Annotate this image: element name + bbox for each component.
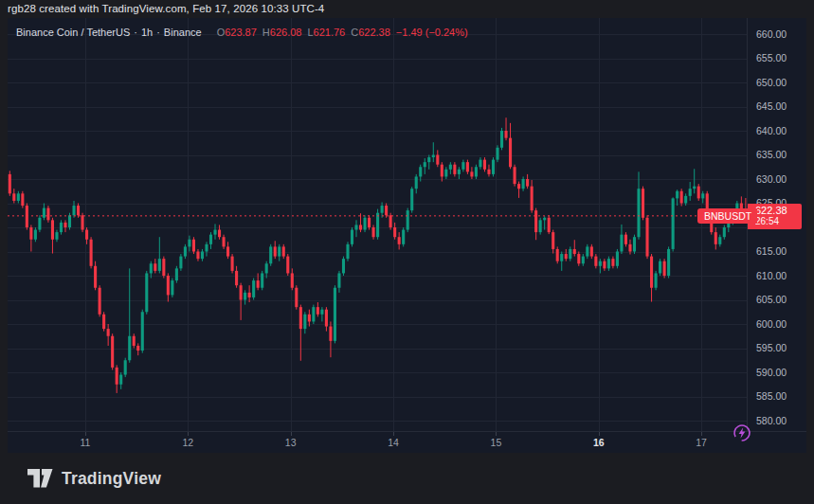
time-axis-label: 16 (585, 437, 613, 448)
candlestick-chart[interactable] (8, 18, 747, 431)
close-label: C (351, 27, 358, 38)
time-axis-label: 13 (277, 437, 305, 448)
brand-bar: TradingView (0, 453, 814, 504)
time-axis[interactable]: 11121314151617 (8, 431, 806, 454)
attribution-text: rgb28 created with TradingView.com, Feb … (8, 3, 324, 14)
low-value: 621.76 (314, 27, 346, 38)
time-axis-tick (291, 432, 292, 436)
price-axis-label: 580.00 (756, 415, 787, 427)
change-value: −1.49 (−0.24%) (396, 27, 468, 38)
price-axis-label: 655.00 (756, 52, 787, 64)
attribution-bar: rgb28 created with TradingView.com, Feb … (0, 0, 814, 18)
price-axis-label: 595.00 (756, 342, 787, 354)
price-axis-label: 600.00 (756, 318, 787, 331)
time-axis-tick (393, 432, 394, 436)
chart-pane[interactable]: Binance Coin / TetherUS·1h·BinanceO623.8… (8, 18, 806, 453)
symbol-title: Binance Coin / TetherUS (16, 27, 130, 38)
separator-dot: · (153, 27, 164, 38)
time-axis-tick (599, 432, 600, 436)
price-axis-label: 615.00 (756, 245, 787, 258)
interval-label: 1h (141, 27, 153, 38)
price-axis-label: 645.00 (756, 100, 787, 113)
price-axis[interactable]: 622.38 26:54 660.00655.00650.00645.00640… (747, 18, 807, 431)
time-axis-tick (496, 432, 497, 436)
time-axis-label: 15 (481, 437, 510, 448)
chart-legend: Binance Coin / TetherUS·1h·BinanceO623.8… (16, 23, 468, 42)
candles (9, 117, 747, 393)
brand-name[interactable]: TradingView (62, 469, 161, 489)
tradingview-logo-icon[interactable] (27, 469, 53, 488)
separator-dot: · (130, 27, 141, 38)
time-axis-label: 17 (687, 437, 715, 448)
ohlc-readout: O623.87H626.08L621.76C622.38−1.49 (−0.24… (211, 27, 468, 38)
price-axis-label: 605.00 (756, 294, 787, 306)
open-value: 623.87 (225, 27, 257, 38)
exchange-label: Binance (164, 27, 202, 38)
price-axis-label: 610.00 (756, 270, 787, 282)
time-axis-tick (85, 432, 86, 436)
current-price-value: 622.38 (755, 206, 802, 217)
time-axis-tick (188, 432, 189, 436)
bar-countdown: 26:54 (755, 216, 802, 227)
price-axis-label: 585.00 (756, 390, 787, 403)
price-axis-label: 590.00 (756, 367, 787, 379)
price-axis-label: 650.00 (756, 77, 787, 89)
price-axis-label: 635.00 (756, 149, 787, 161)
close-value: 622.38 (358, 27, 390, 38)
price-axis-label: 660.00 (756, 28, 787, 41)
price-axis-label: 640.00 (756, 125, 787, 137)
price-axis-label: 630.00 (756, 173, 787, 186)
open-label: O (217, 27, 226, 38)
time-axis-label: 12 (173, 437, 202, 448)
high-value: 626.08 (270, 27, 302, 38)
high-label: H (262, 27, 270, 38)
time-axis-label: 11 (71, 437, 99, 448)
symbol-tag-text: BNBUSDT (704, 210, 751, 222)
current-price-symbol-tag: BNBUSDT (697, 208, 757, 224)
time-axis-label: 14 (379, 437, 407, 448)
boost-lightning-icon[interactable] (732, 423, 752, 443)
time-axis-tick (701, 432, 702, 436)
